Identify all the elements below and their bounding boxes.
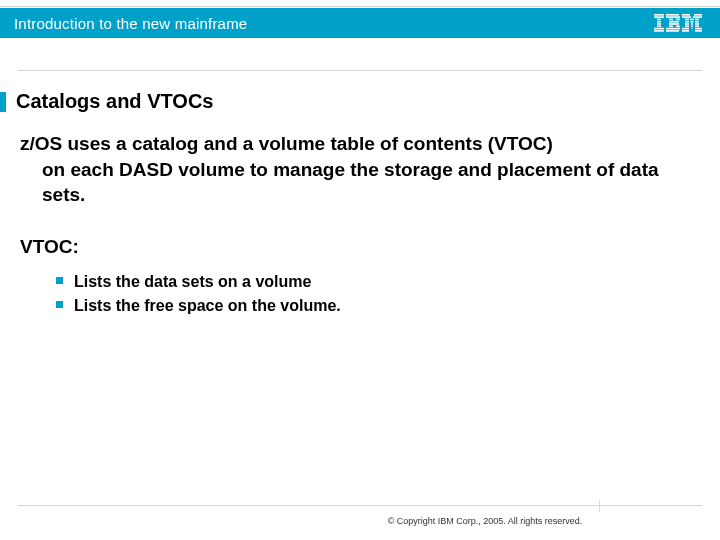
svg-rect-2 [657,19,661,21]
svg-rect-29 [691,23,693,25]
svg-rect-15 [676,26,680,28]
body-paragraph: z/OS uses a catalog and a volume table o… [20,131,702,208]
svg-rect-13 [669,23,679,25]
list-item: Lists the free space on the volume. [56,294,702,318]
svg-rect-36 [695,28,702,30]
svg-rect-30 [695,23,699,25]
content-area: Catalogs and VTOCs z/OS uses a catalog a… [18,90,702,318]
svg-rect-18 [682,14,690,16]
svg-rect-31 [685,26,689,28]
svg-rect-21 [693,16,702,18]
bullet-text: Lists the data sets on a volume [74,273,311,290]
svg-rect-32 [691,26,693,28]
svg-rect-24 [695,19,699,21]
svg-rect-28 [685,23,689,25]
svg-rect-10 [669,19,673,21]
title-accent-bar [0,92,6,112]
svg-rect-1 [654,16,664,18]
svg-rect-20 [682,16,691,18]
svg-rect-0 [654,14,664,16]
svg-rect-23 [690,19,694,21]
svg-rect-19 [694,14,702,16]
body-line-1: z/OS uses a catalog and a volume table o… [20,133,553,154]
svg-rect-17 [666,30,679,32]
header-title: Introduction to the new mainframe [14,15,247,32]
svg-rect-33 [695,26,699,28]
svg-rect-16 [666,28,680,30]
bullet-list: Lists the data sets on a volume Lists th… [56,270,702,318]
svg-rect-35 [692,28,693,30]
svg-rect-6 [654,28,664,30]
header-separator [18,70,702,71]
ibm-logo-svg [654,14,702,32]
svg-rect-22 [685,19,689,21]
svg-rect-12 [669,21,679,23]
header-bar: Introduction to the new mainframe [0,8,720,38]
slide: Introduction to the new mainframe [0,0,720,540]
svg-rect-7 [654,30,664,32]
svg-rect-25 [685,21,689,23]
svg-rect-8 [666,14,679,16]
footer-tick [599,500,600,512]
svg-rect-3 [657,21,661,23]
svg-rect-9 [666,16,680,18]
copyright-text: © Copyright IBM Corp., 2005. All rights … [0,516,720,526]
ibm-logo-icon [654,14,702,32]
svg-rect-38 [695,30,702,32]
slide-title-row: Catalogs and VTOCs [18,90,702,113]
svg-rect-4 [657,23,661,25]
svg-rect-11 [676,19,680,21]
top-rule [0,6,720,7]
bullet-text: Lists the free space on the volume. [74,297,341,314]
slide-title: Catalogs and VTOCs [16,90,213,113]
svg-rect-37 [682,30,689,32]
svg-rect-34 [682,28,689,30]
svg-rect-5 [657,26,661,28]
section-label: VTOC: [20,236,702,258]
list-item: Lists the data sets on a volume [56,270,702,294]
svg-rect-14 [669,26,673,28]
body-continuation: on each DASD volume to manage the storag… [20,157,702,208]
svg-rect-27 [695,21,699,23]
svg-rect-26 [691,21,694,23]
